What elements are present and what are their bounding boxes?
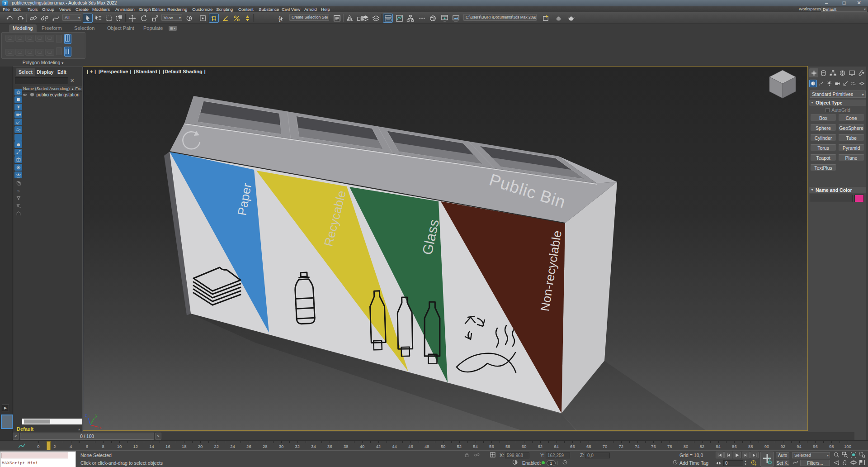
menu-group[interactable]: Group: [42, 6, 54, 12]
menu-rendering[interactable]: Rendering: [167, 6, 187, 12]
button-cone[interactable]: Cone: [838, 114, 864, 121]
autogrid-checkbox[interactable]: AutoGrid: [808, 107, 868, 113]
animation-layer-pill[interactable]: 1: [547, 460, 556, 466]
toolbar-undo[interactable]: [5, 14, 14, 23]
menu-views[interactable]: Views: [59, 6, 71, 12]
track-bar[interactable]: 0246810121416182022242628303234363840424…: [0, 440, 868, 450]
toolbar-mirror[interactable]: [344, 14, 354, 23]
menu-help[interactable]: Help: [321, 6, 330, 12]
toolbar-render-last[interactable]: [541, 14, 551, 23]
toolbar-angle-snap[interactable]: [220, 14, 230, 23]
cp-sub-cameras[interactable]: [834, 80, 841, 87]
project-folder-dropdown[interactable]: C:\Users\BGRT\Documents\3ds Max 2022: [463, 14, 537, 21]
filter-helpers[interactable]: [14, 119, 22, 125]
toolbar-named-sets[interactable]: {: [276, 14, 286, 23]
filter-box[interactable]: [14, 172, 22, 179]
toolbar-dots[interactable]: [417, 14, 427, 23]
playback-tostart[interactable]: [716, 452, 724, 458]
prev-frame-button[interactable]: <: [13, 433, 19, 440]
toolbar-select-object[interactable]: [83, 14, 93, 23]
nav-zoomall[interactable]: [842, 452, 850, 459]
toolbar-rect-region[interactable]: [104, 14, 113, 23]
explorer-hscrollbar[interactable]: [22, 419, 82, 424]
nav-zoom[interactable]: [833, 452, 841, 459]
button-geosphere[interactable]: GeoSphere: [838, 124, 864, 131]
add-time-tag[interactable]: Add Time Tag: [679, 460, 708, 466]
menu-arnold[interactable]: Arnold: [304, 6, 317, 12]
button-cylinder[interactable]: Cylinder: [810, 134, 836, 141]
ribbon-tab-selection[interactable]: Selection: [71, 24, 98, 32]
cp-sub-lights[interactable]: [826, 80, 833, 87]
cp-sub-spacewarps[interactable]: [850, 80, 858, 87]
time-slider-handle[interactable]: 0 / 100: [20, 433, 154, 440]
filter-bone[interactable]: [14, 149, 22, 156]
mini-curve-editor-icon[interactable]: [16, 442, 27, 450]
close-button[interactable]: ✕: [852, 0, 866, 6]
cp-modify[interactable]: [819, 68, 828, 77]
cp-hierarchy[interactable]: [828, 68, 837, 77]
filter-container[interactable]: [14, 156, 22, 163]
button-torus[interactable]: Torus: [810, 144, 836, 151]
menu-civil-view[interactable]: Civil View: [282, 6, 300, 12]
scene-object-row[interactable]: publicrecyclingstation: [22, 92, 82, 98]
set-key-mode-button[interactable]: Set K.: [776, 460, 789, 466]
key-filters-curve-icon[interactable]: [792, 460, 799, 466]
ribbon-display-toggle[interactable]: ▦ ▾: [169, 26, 177, 31]
next-frame-button[interactable]: >: [155, 433, 161, 440]
menu-tools[interactable]: Tools: [28, 6, 38, 12]
workspaces-dropdown[interactable]: Default: [821, 7, 867, 12]
poly-tool-4[interactable]: [45, 35, 54, 42]
menu-content[interactable]: Content: [238, 6, 254, 12]
toolbar-redo[interactable]: [15, 14, 25, 23]
toolbar-spinner-snap[interactable]: [242, 14, 252, 23]
rollout-object-type[interactable]: Object Type: [809, 100, 866, 106]
menu-file[interactable]: File: [3, 6, 9, 12]
poly-sub2[interactable]: [56, 47, 62, 55]
toolbar-render-production[interactable]: [566, 14, 576, 23]
maximize-button[interactable]: □: [837, 0, 851, 6]
explorer-search-input[interactable]: [15, 77, 68, 84]
expand-button[interactable]: ▶: [2, 405, 9, 411]
minimize-button[interactable]: –: [820, 0, 833, 6]
toolbar-window-crossing[interactable]: [114, 14, 124, 23]
playback-prevf[interactable]: [724, 452, 732, 458]
toolbar-rotate[interactable]: [139, 14, 149, 23]
ribbon-tab-freeform[interactable]: Freeform: [38, 24, 66, 32]
filter-selection-sets[interactable]: S: [14, 187, 22, 194]
frame-spinner[interactable]: ▲▼: [744, 460, 748, 466]
toolbar-use-pivot[interactable]: [198, 14, 208, 23]
nav-orbit[interactable]: [850, 459, 859, 467]
viewport-layout-tab[interactable]: [1, 415, 13, 429]
x-coord-field[interactable]: 599,968: [505, 453, 529, 458]
toolbar-unlink[interactable]: [39, 14, 49, 23]
toolbar-link[interactable]: [28, 14, 38, 23]
toolbar-bind[interactable]: [51, 14, 61, 23]
object-color-swatch[interactable]: [854, 195, 864, 202]
primitives-dropdown[interactable]: Standard Primitives: [810, 91, 866, 98]
cp-sub-systems[interactable]: [858, 80, 866, 87]
cp-create[interactable]: [809, 68, 818, 77]
auto-key-button[interactable]: Auto: [776, 452, 789, 458]
nav-fov[interactable]: [833, 459, 841, 467]
filter-filter[interactable]: [14, 195, 22, 202]
tab-select[interactable]: Select: [16, 68, 35, 76]
nav-pan[interactable]: [842, 459, 850, 467]
cp-sub-geometry[interactable]: [809, 80, 817, 87]
button-tube[interactable]: Tube: [838, 134, 864, 141]
nav-maxi[interactable]: [859, 459, 867, 467]
tab-display[interactable]: Display: [34, 68, 56, 76]
clear-search-icon[interactable]: ✕: [70, 78, 74, 84]
filter-gear[interactable]: [14, 89, 22, 95]
filter-geometry[interactable]: [14, 96, 22, 103]
toolbar-render-setup[interactable]: [439, 14, 449, 23]
tab-edit[interactable]: Edit: [55, 68, 69, 76]
toolbar-percent-snap[interactable]: [231, 14, 241, 23]
filter-filter2[interactable]: [14, 202, 22, 209]
cp-sub-shapes[interactable]: [817, 80, 825, 87]
playback-toend[interactable]: [750, 452, 759, 458]
button-plane[interactable]: Plane: [838, 154, 864, 161]
z-coord-field[interactable]: 0,0: [585, 453, 610, 458]
toolbar-schematic-view[interactable]: [405, 14, 415, 23]
set-key-big-button[interactable]: [760, 452, 774, 467]
poly-tool-3[interactable]: [35, 35, 44, 42]
